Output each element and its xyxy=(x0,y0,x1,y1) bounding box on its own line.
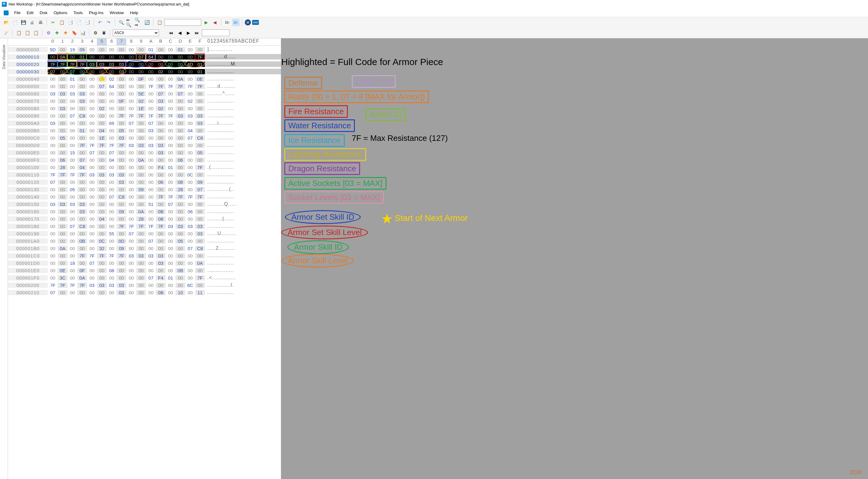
hex-byte[interactable]: 5E xyxy=(136,91,146,96)
hex-byte[interactable]: 07 xyxy=(126,121,136,126)
hex-byte[interactable]: 00 xyxy=(107,69,117,74)
hex-byte[interactable]: 00 xyxy=(67,54,77,60)
hex-byte[interactable]: 00 xyxy=(107,238,117,244)
hex-byte[interactable]: 00 xyxy=(67,194,77,200)
hex-byte[interactable]: 0C xyxy=(185,172,195,177)
menu-edit[interactable]: Edit xyxy=(24,9,36,16)
hex-byte[interactable]: 00 xyxy=(176,121,185,126)
hex-byte[interactable]: 07 xyxy=(48,290,58,295)
hex-byte[interactable]: 03 xyxy=(67,202,77,207)
hex-byte[interactable]: 00 xyxy=(176,275,185,280)
hex-byte[interactable]: 00 xyxy=(146,165,156,170)
hex-byte[interactable]: 00 xyxy=(77,77,87,82)
hex-byte[interactable]: 00 xyxy=(136,231,146,236)
hex-byte[interactable]: 00 xyxy=(185,290,195,295)
hex-byte[interactable]: 00 xyxy=(176,253,185,258)
hex-byte[interactable]: 00 xyxy=(58,180,67,185)
hex-byte[interactable]: 18 xyxy=(67,261,77,266)
hex-byte[interactable]: 00 xyxy=(58,209,67,214)
hex-byte[interactable]: 00 xyxy=(146,282,156,288)
hex-byte[interactable]: 00 xyxy=(156,62,166,67)
hex-byte[interactable]: 00 xyxy=(156,157,166,162)
hex-byte[interactable]: 00 xyxy=(117,187,126,192)
hex-byte[interactable]: 7F xyxy=(67,282,77,288)
hex-byte[interactable]: 00 xyxy=(185,238,195,244)
hex-byte[interactable]: 7F xyxy=(195,54,205,60)
hex-byte[interactable]: 00 xyxy=(136,275,146,280)
hex-byte[interactable]: 00 xyxy=(97,98,107,104)
hex-byte[interactable]: 02 xyxy=(97,106,107,111)
hex-byte[interactable]: 00 xyxy=(58,231,67,236)
hex-byte[interactable]: 00 xyxy=(136,172,146,177)
hex-byte[interactable]: 00 xyxy=(146,194,156,200)
hex-byte[interactable]: 05 xyxy=(195,150,205,155)
hex-byte[interactable]: 00 xyxy=(146,91,156,96)
hex-byte[interactable]: 00 xyxy=(107,128,117,133)
hex-byte[interactable]: 00 xyxy=(126,54,136,60)
hex-byte[interactable]: 00 xyxy=(87,202,97,207)
hex-row[interactable]: 000000F00006000700000400000A000000060000… xyxy=(8,156,281,163)
hex-byte[interactable]: 00 xyxy=(67,246,77,251)
hex-row[interactable]: 000001A00000000B000C000D0000070000050000… xyxy=(8,237,281,245)
hex-byte[interactable]: 09 xyxy=(136,187,146,192)
hex-byte[interactable]: 00 xyxy=(117,275,126,280)
clipboard-icon[interactable]: 📋 xyxy=(156,19,163,26)
hex-byte[interactable]: 00 xyxy=(176,282,185,288)
hex-byte[interactable]: 00 xyxy=(107,187,117,192)
hex-byte[interactable]: 00 xyxy=(166,282,176,288)
hex-row[interactable]: 0000013000000500000000000009000000280007… xyxy=(8,186,281,193)
hex-row[interactable]: 00000070000000030000000F0002000300000200… xyxy=(8,97,281,104)
hex-byte[interactable]: 00 xyxy=(166,290,176,295)
hex-byte[interactable]: 00 xyxy=(185,187,195,192)
hex-byte[interactable]: 00 xyxy=(48,77,58,82)
wand-icon[interactable]: 🪄 xyxy=(2,29,10,36)
hex-byte[interactable]: 00 xyxy=(166,268,176,273)
menu-options[interactable]: Options xyxy=(51,9,70,16)
undo-icon[interactable]: ↶ xyxy=(96,19,104,26)
hex-byte[interactable]: 00 xyxy=(87,290,97,295)
hex-byte[interactable]: 07 xyxy=(185,135,195,141)
hex-byte[interactable]: 03 xyxy=(176,224,185,229)
hex-byte[interactable]: 00 xyxy=(126,238,136,244)
hex-byte[interactable]: 07 xyxy=(176,91,185,96)
hex-byte[interactable]: 00 xyxy=(166,135,176,141)
bookmark-icon[interactable]: 🔖 xyxy=(70,29,78,36)
hex-byte[interactable]: 7F xyxy=(136,224,146,229)
hex-row[interactable]: 000000800003000000020000001E000200000000… xyxy=(8,104,281,112)
hex-byte[interactable]: 07 xyxy=(48,69,58,74)
hex-byte[interactable]: 00 xyxy=(48,231,58,236)
hex-byte[interactable]: 00 xyxy=(87,135,97,141)
hex-byte[interactable]: 00 xyxy=(48,143,58,148)
hex-byte[interactable]: 00 xyxy=(136,135,146,141)
hex-row[interactable]: 000001E0000E000F0000080000000000000B0000… xyxy=(8,267,281,274)
hex-byte[interactable]: 7F xyxy=(156,194,166,200)
hex-byte[interactable]: 00 xyxy=(107,113,117,118)
hex-byte[interactable]: 00 xyxy=(185,180,195,185)
hex-byte[interactable]: 03 xyxy=(107,172,117,177)
hex-byte[interactable]: 03 xyxy=(48,121,58,126)
hex-byte[interactable]: 00 xyxy=(117,47,126,52)
hex-byte[interactable]: 00 xyxy=(126,246,136,251)
hex-byte[interactable]: 00 xyxy=(176,246,185,251)
hex-byte[interactable]: 00 xyxy=(166,246,176,251)
hex-byte[interactable]: 00 xyxy=(107,98,117,104)
hex-byte[interactable]: 01 xyxy=(77,54,87,60)
hex-byte[interactable]: 00 xyxy=(48,253,58,258)
hex-byte[interactable]: 00 xyxy=(117,202,126,207)
hex-byte[interactable]: 06 xyxy=(176,157,185,162)
hex-byte[interactable]: 03 xyxy=(156,253,166,258)
find-input[interactable] xyxy=(164,19,201,26)
hex-byte[interactable]: 07 xyxy=(146,238,156,244)
hex-byte[interactable]: 00 xyxy=(48,261,58,266)
hex-row[interactable]: 00000180000007C80000007F7F7F7F7F03030303… xyxy=(8,222,281,230)
hex-byte[interactable]: 00 xyxy=(176,135,185,141)
hex-byte[interactable]: 00 xyxy=(107,246,117,251)
hex-byte[interactable]: 00 xyxy=(166,91,176,96)
hex-byte[interactable]: 06 xyxy=(58,157,67,162)
hex-byte[interactable]: 00 xyxy=(166,150,176,155)
hex-byte[interactable]: 00 xyxy=(77,69,87,74)
hex-row[interactable]: 00000090000007C80000007F7F7F7F7F7F030303… xyxy=(8,112,281,119)
menu-disk[interactable]: Disk xyxy=(36,9,50,16)
hex-byte[interactable]: 07 xyxy=(136,54,146,60)
hex-byte[interactable]: 00 xyxy=(97,180,107,185)
